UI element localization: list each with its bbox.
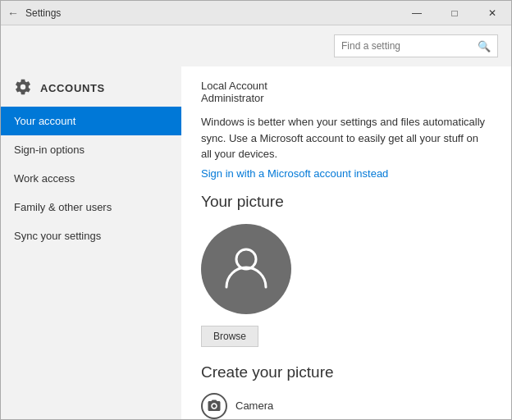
titlebar-left: ← Settings [7, 7, 61, 20]
back-button[interactable]: ← [7, 7, 19, 20]
minimize-button[interactable]: — [398, 1, 436, 25]
account-info: Local Account Administrator [201, 80, 491, 104]
camera-row: Camera [201, 393, 491, 419]
sidebar-item-work-access[interactable]: Work access [1, 164, 181, 193]
account-role: Administrator [201, 92, 491, 104]
sidebar-item-family-users[interactable]: Family & other users [1, 193, 181, 221]
svg-point-0 [236, 249, 256, 269]
sync-message: Windows is better when your settings and… [201, 114, 491, 162]
gear-icon [14, 78, 32, 98]
ms-account-link[interactable]: Sign in with a Microsoft account instead [201, 167, 491, 180]
sidebar-item-sign-in-options[interactable]: Sign-in options [1, 135, 181, 164]
maximize-button[interactable]: □ [436, 1, 473, 25]
camera-label: Camera [235, 399, 273, 412]
app-body: 🔍 ACCOUNTS Your account Sign-in options … [1, 25, 511, 420]
search-box[interactable]: 🔍 [334, 34, 498, 57]
account-type: Local Account [201, 80, 491, 92]
sidebar-item-sync-settings[interactable]: Sync your settings [1, 221, 181, 250]
sidebar: ACCOUNTS Your account Sign-in options Wo… [1, 66, 181, 420]
content-area: ACCOUNTS Your account Sign-in options Wo… [1, 66, 511, 420]
main-content: Local Account Administrator Windows is b… [181, 66, 511, 420]
your-picture-title: Your picture [201, 193, 491, 211]
create-picture-title: Create your picture [201, 363, 491, 381]
sidebar-header: ACCOUNTS [1, 66, 181, 107]
search-input[interactable] [341, 40, 474, 52]
titlebar: ← Settings — □ ✕ [1, 1, 511, 25]
avatar [201, 224, 291, 314]
camera-icon [201, 393, 227, 419]
sidebar-title: ACCOUNTS [40, 82, 105, 94]
close-button[interactable]: ✕ [473, 1, 511, 25]
header-bar: 🔍 [1, 25, 511, 66]
browse-button[interactable]: Browse [201, 326, 258, 347]
search-icon: 🔍 [478, 40, 491, 52]
titlebar-controls: — □ ✕ [398, 1, 511, 25]
titlebar-title: Settings [25, 7, 61, 19]
sidebar-item-your-account[interactable]: Your account [1, 107, 181, 135]
user-avatar-icon [220, 241, 272, 296]
